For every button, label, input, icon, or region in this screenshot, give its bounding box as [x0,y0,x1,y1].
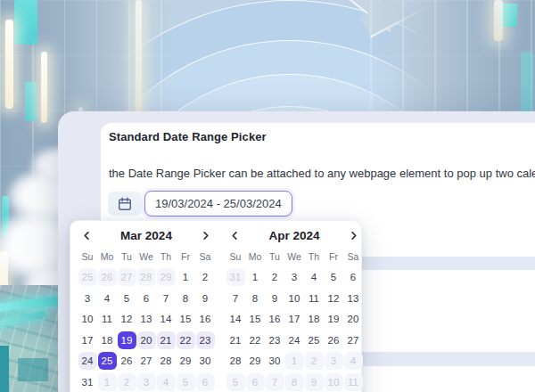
date-cell[interactable]: 13 [344,290,363,307]
date-grid: 3112345678910111213141516171819202122232… [226,268,363,391]
date-cell[interactable]: 15 [246,310,265,328]
date-cell: 25 [78,268,97,286]
date-cell[interactable]: 17 [78,331,97,349]
weekday-label: Su [82,249,94,264]
chevron-left-icon [82,231,92,241]
date-cell[interactable]: 14 [226,310,245,328]
screen: Standard Date Range Picker the Date Rang… [0,0,535,392]
date-cell[interactable]: 7 [157,290,176,307]
date-cell[interactable]: 18 [98,331,117,349]
weekday-label: Su [230,249,242,264]
date-cell[interactable]: 31 [78,373,97,391]
date-cell[interactable]: 13 [137,310,156,328]
date-cell[interactable]: 9 [196,290,215,307]
date-cell[interactable]: 11 [305,290,324,307]
date-cell[interactable]: 23 [196,331,215,349]
weekday-label: We [139,249,153,264]
date-cell[interactable]: 21 [157,331,176,349]
date-cell[interactable]: 4 [305,268,324,286]
date-cell[interactable]: 15 [177,310,195,328]
date-cell[interactable]: 25 [98,352,117,370]
date-cell[interactable]: 17 [285,310,304,328]
light-bar [136,0,142,116]
date-cell[interactable]: 16 [266,310,284,328]
date-cell[interactable]: 2 [266,268,284,286]
date-cell: 2 [118,373,136,391]
date-cell[interactable]: 18 [305,310,324,328]
teal-floor-patch [18,358,48,381]
date-cell: 4 [344,352,363,370]
date-cell[interactable]: 8 [246,290,265,307]
date-cell[interactable]: 4 [98,290,117,307]
chevron-right-icon [201,231,210,241]
date-cell: 3 [325,352,343,370]
date-cell[interactable]: 10 [285,290,304,307]
chevron-right-icon [349,231,358,241]
date-cell[interactable]: 29 [246,352,265,370]
month-header: Mar 2024 [78,225,215,246]
date-cell: 1 [285,352,304,370]
calendar-month-panel-left: Mar 2024 SuMoTuWeThFrSa 2526272829123456… [78,221,215,391]
calendar-panels: Mar 2024 SuMoTuWeThFrSa 2526272829123456… [78,221,361,391]
date-cell[interactable]: 20 [137,331,156,349]
weekday-label: Fr [181,249,190,264]
light-bar [494,0,503,41]
date-cell[interactable]: 9 [266,290,284,307]
teal-column [0,346,9,392]
date-cell[interactable]: 6 [344,268,363,286]
daterange-popup: Mar 2024 SuMoTuWeThFrSa 2526272829123456… [70,220,362,392]
date-cell[interactable]: 19 [325,310,343,328]
date-input-row [108,191,292,216]
date-cell[interactable]: 12 [325,290,343,307]
date-cell[interactable]: 30 [196,352,215,370]
calendar-icon-button[interactable] [108,192,142,216]
date-cell[interactable]: 28 [226,352,245,370]
date-cell[interactable]: 10 [78,310,97,328]
date-cell[interactable]: 7 [226,290,245,307]
date-cell[interactable]: 26 [118,352,136,370]
weekday-row: SuMoTuWeThFrSa [226,249,363,264]
date-cell[interactable]: 19 [118,331,136,349]
date-cell: 28 [137,268,156,286]
date-cell[interactable]: 20 [344,310,363,328]
date-cell[interactable]: 24 [78,352,97,370]
date-cell[interactable]: 12 [118,310,136,328]
date-cell[interactable]: 8 [177,290,195,307]
date-cell[interactable]: 27 [137,352,156,370]
date-cell[interactable]: 21 [226,331,245,349]
date-cell[interactable]: 25 [305,331,324,349]
prev-month-button[interactable] [78,226,96,245]
prev-month-button[interactable] [226,226,244,245]
date-cell[interactable]: 5 [325,268,343,286]
next-month-button[interactable] [344,226,363,245]
date-cell[interactable]: 24 [285,331,304,349]
next-month-button[interactable] [196,226,215,245]
date-cell[interactable]: 2 [196,268,215,286]
date-cell[interactable]: 29 [177,352,195,370]
weekday-label: Tu [121,249,132,264]
calendar-icon [117,196,133,212]
date-cell[interactable]: 3 [78,290,97,307]
date-cell[interactable]: 6 [137,290,156,307]
weekday-row: SuMoTuWeThFrSa [78,249,215,264]
date-cell[interactable]: 16 [196,310,215,328]
date-cell[interactable]: 1 [177,268,195,286]
date-cell[interactable]: 22 [177,331,195,349]
date-cell[interactable]: 3 [285,268,304,286]
date-cell[interactable]: 5 [118,290,136,307]
date-cell: 27 [118,268,136,286]
date-cell[interactable]: 11 [98,310,117,328]
demo-description: the Date Range Picker can be attached to… [109,167,535,180]
date-cell[interactable]: 1 [246,268,265,286]
date-cell[interactable]: 14 [157,310,176,328]
date-range-input[interactable] [144,191,292,216]
date-cell: 5 [177,373,195,391]
month-label: Mar 2024 [96,229,196,242]
date-cell[interactable]: 26 [325,331,343,349]
date-cell[interactable]: 22 [246,331,265,349]
date-cell: 9 [305,373,324,391]
date-cell[interactable]: 27 [344,331,363,349]
date-cell[interactable]: 23 [266,331,284,349]
date-cell[interactable]: 30 [266,352,284,370]
date-cell[interactable]: 28 [157,352,176,370]
